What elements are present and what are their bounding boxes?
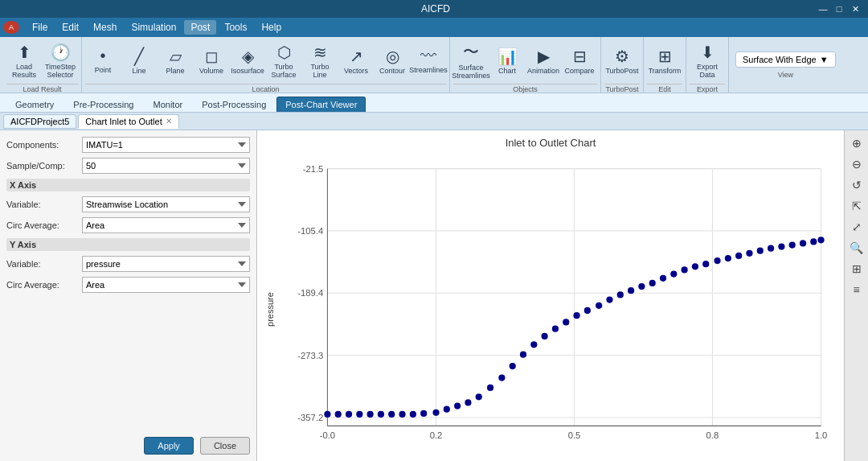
volume-label: Volume — [199, 68, 223, 76]
contour-icon: ◎ — [386, 47, 399, 66]
menu-item-tools[interactable]: Tools — [218, 20, 253, 35]
group-label-Objects: Objects — [453, 84, 597, 93]
y-circ-row: Circ Average: Area — [6, 277, 250, 293]
svg-point-64 — [778, 243, 784, 249]
x-circ-select[interactable]: Area — [82, 217, 250, 233]
y-variable-row: Variable: pressure — [6, 256, 250, 272]
svg-point-37 — [487, 385, 493, 391]
project-tab-label: AICFDProject5 — [10, 117, 69, 126]
svg-point-33 — [444, 406, 450, 413]
load-results-label: Load Results — [8, 64, 40, 80]
reset-button[interactable]: ↺ — [847, 175, 866, 195]
apply-button[interactable]: Apply — [144, 437, 194, 455]
grid-button[interactable]: ⊞ — [847, 259, 866, 278]
sub-tabs: GeometryPre-ProcessingMonitorPost-Proces… — [0, 93, 868, 113]
sub-tab-post-chart-viewer[interactable]: Post-Chart Viewer — [276, 97, 366, 112]
turbo-surface-button[interactable]: ⬡Turbo Surface — [266, 39, 301, 84]
y-variable-select[interactable]: pressure — [82, 256, 250, 272]
menu-item-help[interactable]: Help — [255, 20, 288, 35]
svg-point-42 — [542, 333, 548, 340]
sub-tab-monitor[interactable]: Monitor — [145, 97, 192, 112]
animation-button[interactable]: ▶Animation — [526, 39, 561, 84]
y-circ-select[interactable]: Area — [82, 277, 250, 293]
svg-text:-189.4: -189.4 — [297, 288, 323, 298]
zoom-out-button[interactable]: ⊖ — [847, 154, 866, 174]
svg-text:-357.2: -357.2 — [297, 413, 323, 422]
plane-button[interactable]: ▱Plane — [158, 39, 193, 84]
svg-point-45 — [573, 312, 579, 319]
streamlines-label: Streamlines — [409, 67, 448, 75]
svg-point-59 — [725, 255, 731, 261]
svg-point-67 — [810, 238, 817, 245]
line-button[interactable]: ╱Line — [121, 39, 157, 84]
sub-tab-geometry[interactable]: Geometry — [6, 97, 63, 112]
svg-point-58 — [714, 257, 720, 264]
menu-item-simulation[interactable]: Simulation — [125, 20, 182, 35]
project-tab-aicfdproject5[interactable]: AICFDProject5 — [3, 114, 76, 129]
minimize-button[interactable]: — — [817, 2, 829, 15]
svg-point-44 — [563, 319, 569, 325]
svg-point-48 — [606, 296, 612, 303]
x-variable-label: Variable: — [6, 200, 79, 209]
transform-label: Transform — [649, 68, 682, 76]
compare-icon: ⊟ — [573, 47, 587, 66]
svg-point-66 — [800, 240, 806, 246]
surface-streamlines-button[interactable]: 〜Surface Streamlines — [453, 39, 489, 84]
search-button[interactable]: 🔍 — [847, 238, 866, 257]
turbo-line-icon: ≋ — [313, 43, 327, 62]
maximize-button[interactable]: □ — [833, 2, 845, 15]
compare-button[interactable]: ⊟Compare — [562, 39, 597, 84]
svg-point-57 — [702, 261, 709, 267]
menu-item-file[interactable]: File — [26, 20, 54, 35]
vectors-button[interactable]: ↗Vectors — [338, 39, 374, 84]
group-label-TurboPost: TurboPost — [604, 84, 640, 93]
point-icon: • — [100, 47, 105, 65]
menu-item-post[interactable]: Post — [184, 20, 216, 35]
menu-button[interactable]: ≡ — [847, 280, 866, 299]
zoom-in-button[interactable]: ⊕ — [847, 134, 866, 153]
svg-point-55 — [682, 266, 688, 273]
x-axis-header: X Axis — [6, 179, 250, 191]
export-data-button[interactable]: ⬇Export Data — [690, 39, 725, 84]
svg-text:1.0: 1.0 — [815, 430, 828, 440]
project-tab-chart-inlet-to-outlet[interactable]: Chart Inlet to Outlet✕ — [78, 114, 178, 129]
svg-point-63 — [768, 245, 774, 252]
svg-text:0.8: 0.8 — [706, 430, 719, 440]
chart-title: Inlet to Outlet Chart — [264, 137, 837, 149]
line-label: Line — [132, 68, 145, 76]
volume-button[interactable]: ◻Volume — [194, 39, 229, 84]
x-variable-select[interactable]: Streamwise Location — [82, 196, 250, 212]
isosurface-button[interactable]: ◈Isosurface — [230, 39, 265, 84]
timestep-selector-button[interactable]: 🕐TimeStep Selector — [43, 39, 78, 84]
toolbar-group-edit: ⊞TransformEdit — [644, 37, 686, 93]
sample-comp-select[interactable]: 50 — [82, 158, 250, 174]
svg-text:-0.0: -0.0 — [320, 430, 335, 440]
fit-button[interactable]: ⤢ — [847, 217, 866, 237]
panel-buttons: Apply Close — [6, 430, 250, 455]
svg-point-39 — [510, 363, 516, 369]
sub-tab-post-processing[interactable]: Post-Processing — [193, 97, 275, 112]
turbopost-button[interactable]: ⚙TurboPost — [604, 39, 640, 84]
export-data-icon: ⬇ — [701, 43, 714, 62]
close-button[interactable]: Close — [200, 437, 250, 455]
contour-button[interactable]: ◎Contour — [375, 39, 410, 84]
group-label-Load Result: Load Result — [6, 84, 78, 93]
load-results-button[interactable]: ⬆Load Results — [6, 39, 42, 84]
plane-label: Plane — [166, 68, 184, 76]
chart-button[interactable]: 📊Chart — [489, 39, 525, 84]
menu-item-mesh[interactable]: Mesh — [87, 20, 123, 35]
menu-item-edit[interactable]: Edit — [55, 20, 85, 35]
project-tab-close[interactable]: ✕ — [166, 117, 172, 126]
turbo-line-button[interactable]: ≋Turbo Line — [302, 39, 338, 84]
view-dropdown[interactable]: Surface With Edge▼ — [735, 51, 836, 68]
turbo-surface-label: Turbo Surface — [268, 64, 300, 80]
turbopost-icon: ⚙ — [615, 47, 629, 66]
transform-button[interactable]: ⊞Transform — [647, 39, 682, 84]
point-button[interactable]: •Point — [85, 39, 121, 84]
sub-tab-pre-processing[interactable]: Pre-Processing — [64, 97, 142, 112]
home-button[interactable]: ⇱ — [847, 196, 866, 216]
components-select[interactable]: IMATU=1 — [82, 137, 250, 153]
streamlines-button[interactable]: 〰Streamlines — [411, 39, 446, 84]
close-button[interactable]: ✕ — [849, 2, 862, 15]
components-label: Components: — [6, 140, 79, 150]
